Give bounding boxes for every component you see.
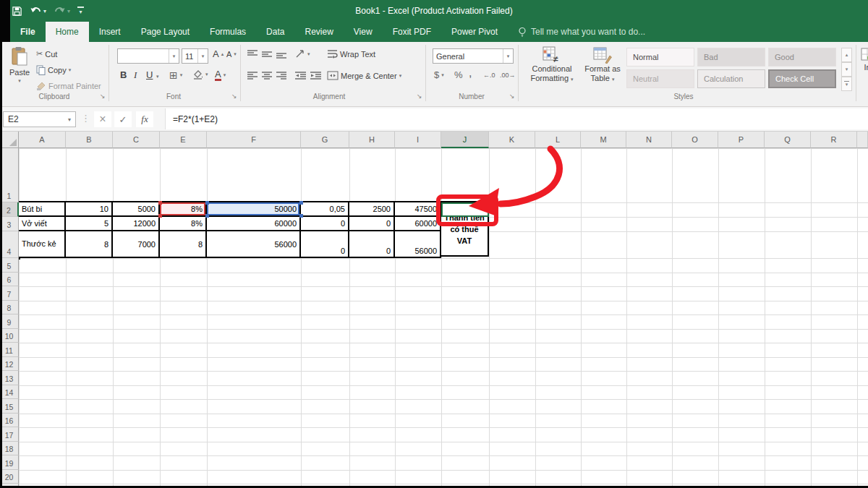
cell-style-bad[interactable]: Bad xyxy=(697,48,765,67)
decrease-indent-button[interactable] xyxy=(295,72,306,80)
tab-foxit-pdf[interactable]: Foxit PDF xyxy=(383,22,441,42)
cell-E2[interactable]: 8% xyxy=(160,202,207,217)
tab-data[interactable]: Data xyxy=(256,22,294,42)
name-box[interactable]: E2 ▾ xyxy=(3,111,76,127)
conditional-formatting-button[interactable]: ≠ Conditional Formatting ▾ xyxy=(524,46,580,82)
row-header-3[interactable]: 3 xyxy=(0,217,19,231)
tab-file[interactable]: File xyxy=(10,22,46,42)
row-header-4[interactable]: 4 xyxy=(0,231,19,258)
row-header-20[interactable]: 20 xyxy=(0,470,19,484)
row-header-2[interactable]: 2 xyxy=(0,202,19,217)
format-as-table-button[interactable]: Format as Table ▾ xyxy=(582,46,624,82)
copy-button[interactable]: Copy ▾ xyxy=(36,65,71,75)
wrap-text-button[interactable]: Wrap Text xyxy=(327,49,375,59)
paste-button[interactable]: Paste ▾ xyxy=(6,46,33,84)
select-all-corner[interactable] xyxy=(0,132,19,148)
gallery-scroll-down[interactable]: ▾ xyxy=(841,62,852,77)
tab-insert[interactable]: Insert xyxy=(89,22,131,42)
row-header-7[interactable]: 7 xyxy=(0,286,19,301)
row-header-16[interactable]: 16 xyxy=(0,414,19,428)
row-header-11[interactable]: 11 xyxy=(0,343,19,357)
cell-style-check-cell[interactable]: Check Cell xyxy=(768,69,836,88)
alignment-dialog-launcher[interactable]: ↘ xyxy=(417,93,422,100)
decrease-font-button[interactable]: A▾ xyxy=(226,50,237,59)
increase-indent-button[interactable] xyxy=(310,72,321,80)
align-right-button[interactable] xyxy=(276,72,286,80)
column-header-O[interactable]: O xyxy=(672,132,718,148)
cell-C4[interactable]: 7000 xyxy=(113,231,160,258)
cell-B3[interactable]: 5 xyxy=(66,217,113,231)
tab-page-layout[interactable]: Page Layout xyxy=(131,22,200,42)
cut-button[interactable]: ✂ Cut xyxy=(36,49,57,59)
row-header-1[interactable]: 1 xyxy=(0,148,19,202)
column-header-G[interactable]: G xyxy=(301,132,349,148)
row-header-6[interactable]: 6 xyxy=(0,273,19,287)
save-button[interactable] xyxy=(12,6,22,17)
cell-A4[interactable]: Thước kẻ xyxy=(19,231,66,258)
align-center-button[interactable] xyxy=(262,72,272,80)
enter-button[interactable]: ✓ xyxy=(114,111,132,127)
cell-H2[interactable]: 2500 xyxy=(349,202,395,217)
column-header-C[interactable]: C xyxy=(113,132,160,148)
column-header-P[interactable]: P xyxy=(718,132,765,148)
italic-button[interactable]: I xyxy=(134,69,137,81)
gallery-more-button[interactable]: ▾ xyxy=(841,77,852,91)
borders-button[interactable]: ⊞▾ xyxy=(169,69,182,81)
row-header-10[interactable]: 10 xyxy=(0,329,19,343)
percent-style-button[interactable]: % xyxy=(454,69,463,80)
bold-button[interactable]: B xyxy=(120,69,127,80)
cell-style-neutral[interactable]: Neutral xyxy=(626,69,694,88)
cell-C2[interactable]: 5000 xyxy=(113,202,160,217)
number-format-combo[interactable]: General ▾ xyxy=(433,48,514,64)
cell-H4[interactable]: 0 xyxy=(349,231,395,258)
increase-font-button[interactable]: A▴ xyxy=(213,48,224,59)
font-size-combo[interactable]: 11 ▾ xyxy=(182,48,208,64)
column-header-R[interactable]: R xyxy=(811,132,857,148)
fill-color-button[interactable]: ▾ xyxy=(192,69,208,80)
column-header-A[interactable]: A xyxy=(19,132,66,148)
cell-F2[interactable]: 50000 xyxy=(207,202,301,217)
column-header-H[interactable]: H xyxy=(349,132,395,148)
font-dialog-launcher[interactable]: ↘ xyxy=(231,93,237,100)
formula-bar-splitter[interactable]: ⋮ xyxy=(81,113,90,124)
tab-view[interactable]: View xyxy=(344,22,383,42)
accounting-format-button[interactable]: $▾ xyxy=(434,69,444,80)
underline-button[interactable]: U xyxy=(146,69,153,80)
cancel-button[interactable]: × xyxy=(94,111,111,127)
cell-F4[interactable]: 56000 xyxy=(207,231,301,258)
row-header-13[interactable]: 13 xyxy=(0,371,19,385)
row-header-14[interactable]: 14 xyxy=(0,385,19,400)
decrease-decimal-button[interactable]: .00→ xyxy=(500,72,516,79)
underline-dropdown[interactable]: ▾ xyxy=(156,74,159,80)
tab-home[interactable]: Home xyxy=(46,22,89,42)
row-header-18[interactable]: 18 xyxy=(0,442,19,456)
cell-E4[interactable]: 8 xyxy=(160,231,207,258)
cell-I3[interactable]: 60000 xyxy=(395,217,441,231)
customize-qat-button[interactable]: ▾ xyxy=(77,7,84,15)
tab-review[interactable]: Review xyxy=(294,22,343,42)
cell-H3[interactable]: 0 xyxy=(349,217,395,231)
align-bottom-button[interactable] xyxy=(276,50,286,59)
tab-formulas[interactable]: Formulas xyxy=(200,22,256,42)
formula-input[interactable]: =F2*(1+E2) xyxy=(165,108,868,129)
cell-I4[interactable]: 56000 xyxy=(395,231,441,258)
cell-style-normal[interactable]: Normal xyxy=(626,48,694,67)
row-header-9[interactable]: 9 xyxy=(0,314,19,329)
orientation-button[interactable]: ▾ xyxy=(295,49,310,59)
row-header-5[interactable]: 5 xyxy=(0,258,19,273)
font-color-button[interactable]: A ▾ xyxy=(215,69,226,81)
column-header-N[interactable]: N xyxy=(626,132,672,148)
font-name-combo[interactable]: ▾ xyxy=(117,48,179,64)
gallery-scroll-up[interactable]: ▴ xyxy=(841,48,852,62)
cell-B4[interactable]: 8 xyxy=(66,231,113,258)
number-dialog-launcher[interactable]: ↘ xyxy=(509,93,515,100)
tell-me-box[interactable]: Tell me what you want to do... xyxy=(518,22,645,42)
column-header-Q[interactable]: Q xyxy=(765,132,811,148)
column-header-partial[interactable] xyxy=(857,132,868,148)
column-header-E[interactable]: E xyxy=(160,132,207,148)
cell-C3[interactable]: 12000 xyxy=(113,217,160,231)
merge-center-button[interactable]: Merge & Center ▾ xyxy=(327,71,401,80)
row-header-19[interactable]: 19 xyxy=(0,455,19,470)
cell-A2[interactable]: Bút bi xyxy=(19,202,66,217)
redo-button[interactable]: ▾ xyxy=(54,6,70,16)
